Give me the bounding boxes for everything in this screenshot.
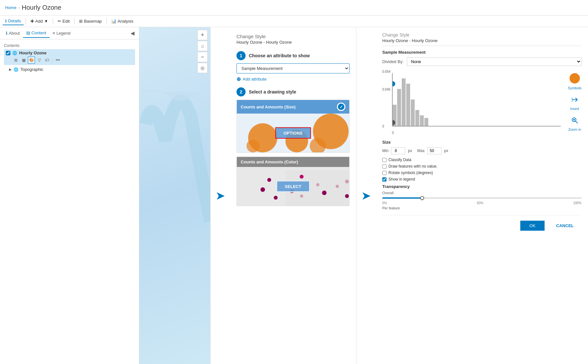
no-value-checkbox[interactable]: [382, 164, 386, 169]
add-button[interactable]: ✚ Add ▼: [28, 17, 51, 25]
invert-button[interactable]: [570, 95, 579, 104]
step2-label: Select a drawing style: [249, 89, 296, 94]
page-title: Hourly Ozone: [22, 4, 61, 11]
sub-layer-icon: 🌐: [14, 67, 18, 72]
svg-point-9: [260, 187, 265, 192]
svg-line-26: [576, 121, 578, 123]
analysis-button[interactable]: 📊 Analysis: [109, 17, 136, 25]
layer-tool-labels[interactable]: 🏷: [43, 57, 51, 64]
sample-measurement-title: Sample Measurement: [382, 50, 582, 55]
ok-button[interactable]: OK: [520, 221, 545, 231]
svg-rect-23: [420, 115, 424, 126]
zoom-in-map-button[interactable]: +: [197, 30, 208, 40]
size-section-title: Size: [382, 140, 582, 145]
content-icon: ▤: [26, 30, 30, 35]
tab-about[interactable]: ℹ About: [3, 29, 23, 38]
per-feature-label: Per feature: [382, 206, 582, 210]
layer-tool-more[interactable]: •••: [54, 57, 61, 64]
svg-point-11: [336, 185, 339, 188]
style-size-label: Counts and Amounts (Size): [241, 105, 295, 109]
attribute-select[interactable]: Sample Measurement: [236, 63, 350, 73]
size-max-unit: px: [444, 149, 448, 153]
analysis-icon: 📊: [111, 19, 116, 24]
zoom-out-map-button[interactable]: −: [197, 52, 208, 62]
details-icon: ℹ: [5, 19, 7, 23]
hist-mid-label: 0.045: [382, 88, 390, 91]
svg-point-12: [345, 180, 349, 183]
rotate-label: Rotate symbols (degrees): [388, 171, 433, 175]
pct-100-label: 100%: [573, 201, 582, 205]
transparency-section: Transparency Overall 0% 50% 100% Per fea…: [382, 184, 582, 210]
svg-point-15: [345, 194, 349, 198]
add-chevron-icon: ▼: [44, 19, 48, 24]
step1-num: 1: [236, 51, 246, 60]
zoom-in-button[interactable]: [570, 116, 579, 125]
classify-data-label: Classify Data: [388, 158, 411, 162]
arrow-2: ➤: [361, 189, 371, 203]
layer-name-icon: 🌐: [12, 51, 17, 55]
basemap-icon: ⊞: [79, 19, 83, 24]
cancel-button[interactable]: CANCEL: [548, 221, 582, 231]
edit-icon: ✏: [58, 19, 61, 24]
layer-tool-style[interactable]: 🎨: [28, 57, 35, 64]
show-legend-checkbox[interactable]: [382, 177, 386, 182]
transparency-slider-thumb[interactable]: [420, 196, 424, 200]
rotate-checkbox[interactable]: [382, 171, 386, 175]
style-color-label: Counts and Amounts (Color): [241, 160, 298, 164]
size-min-input[interactable]: [391, 147, 405, 154]
no-value-checkbox-row[interactable]: Draw features with no value.: [382, 164, 582, 169]
svg-rect-21: [411, 100, 415, 126]
layer-tool-filter[interactable]: ▽: [36, 57, 43, 64]
tab-content[interactable]: ▤ Content: [23, 28, 50, 38]
divided-by-select[interactable]: None: [407, 57, 582, 66]
svg-point-13: [274, 196, 278, 200]
sub-layer-item: ▶ 🌐 Topographic: [4, 65, 135, 72]
transparency-title: Transparency: [382, 184, 582, 189]
svg-rect-18: [397, 89, 401, 126]
basemap-button[interactable]: ⊞ Basemap: [76, 17, 104, 25]
style-card-size[interactable]: Counts and Amounts (Size) ✓ OPTIONS: [236, 100, 350, 153]
classify-data-checkbox-row[interactable]: Classify Data: [382, 158, 582, 162]
edit-button[interactable]: ✏ Edit: [55, 17, 72, 25]
size-max-label: Max: [417, 149, 425, 153]
rotate-checkbox-row[interactable]: Rotate symbols (degrees): [382, 171, 582, 175]
arrow-1: ➤: [215, 189, 225, 203]
pct-50-label: 50%: [477, 201, 483, 205]
size-max-input[interactable]: [427, 147, 442, 154]
style-card-color[interactable]: Counts and Amounts (Color): [236, 157, 350, 206]
svg-point-6: [267, 178, 271, 182]
add-icon: ✚: [30, 19, 34, 24]
home-link[interactable]: Home: [5, 5, 17, 10]
step1-label: Choose an attribute to show: [249, 53, 310, 58]
home-map-button[interactable]: ⌂: [197, 41, 208, 51]
options-button[interactable]: OPTIONS: [275, 127, 311, 139]
svg-rect-24: [424, 118, 428, 126]
style-size-check: ✓: [337, 103, 345, 111]
layer-tool-grid[interactable]: ▦: [20, 57, 27, 64]
classify-data-checkbox[interactable]: [382, 158, 386, 162]
location-map-button[interactable]: ◎: [197, 63, 208, 73]
collapse-sidebar-button[interactable]: ◀: [129, 29, 136, 37]
pct-0-label: 0%: [382, 201, 387, 205]
show-legend-checkbox-row[interactable]: Show in legend: [382, 177, 582, 182]
invert-label: Invert: [570, 107, 579, 111]
step2-num: 2: [236, 87, 246, 96]
svg-rect-22: [415, 110, 419, 126]
about-icon: ℹ: [6, 31, 7, 36]
layer-checkbox[interactable]: [6, 51, 10, 55]
details-button[interactable]: ℹ Details: [3, 17, 24, 25]
layer-tool-table[interactable]: ⊞: [12, 57, 19, 64]
svg-point-14: [322, 191, 327, 195]
symbol-circle[interactable]: [570, 73, 580, 83]
add-attribute-icon: ⊕: [236, 76, 241, 82]
select-button[interactable]: SELECT: [276, 181, 310, 192]
tab-legend[interactable]: ≡ Legend: [50, 29, 74, 38]
svg-rect-20: [406, 84, 410, 126]
breadcrumb-sep: ›: [18, 5, 20, 10]
add-attribute-link[interactable]: ⊕ Add attribute: [236, 76, 350, 82]
change-style-subtitle: Hourly Ozone - Hourly Ozone: [236, 40, 350, 45]
symbols-label: Symbols: [568, 86, 582, 90]
sub-layer-name: Topographic: [20, 67, 43, 72]
show-legend-label: Show in legend: [388, 177, 415, 182]
layer-item: 🌐 Hourly Ozone ⊞ ▦ 🎨 ▽ 🏷 | •••: [4, 49, 135, 65]
